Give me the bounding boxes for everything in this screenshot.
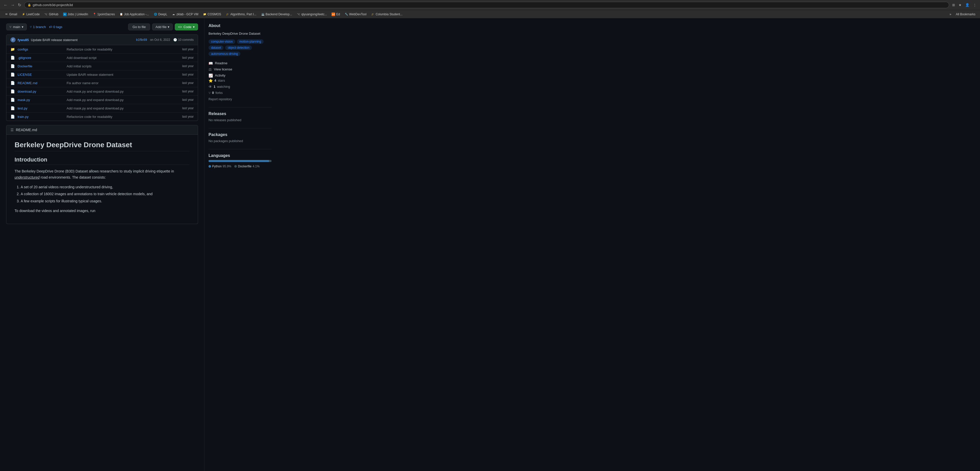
file-time: last year — [182, 48, 194, 51]
file-name-link[interactable]: .gitignore — [18, 56, 64, 60]
bookmark-job-application-label: Job Application -... — [124, 13, 149, 16]
bookmark-algorithms[interactable]: 🎓 Algorithms, Part I... — [224, 12, 259, 17]
file-name-link[interactable]: download.py — [18, 89, 64, 93]
bookmark-zklab[interactable]: ☁ zklab - GCP VM — [170, 12, 200, 17]
zklab-favicon: ☁ — [172, 13, 175, 16]
file-time: last year — [182, 107, 194, 110]
linkedin-favicon: in — [63, 13, 67, 16]
file-icon: 📄 — [11, 56, 14, 60]
file-commit-message: Add mask.py and expand download.py — [67, 89, 179, 93]
action-buttons: Go to file Add file ▾ <> Code ▾ — [128, 24, 198, 30]
file-name-link[interactable]: train.py — [18, 115, 64, 119]
topic-object-detection[interactable]: object-detection — [225, 45, 252, 50]
address-bar[interactable]: 🔒 github.com/b3d-project/b3d — [24, 2, 949, 8]
bookmark-backend[interactable]: 💻 Backend Develop... — [259, 12, 294, 17]
qiyuangong-favicon: ⌥ — [297, 13, 301, 16]
file-name-link[interactable]: LICENSE — [18, 73, 64, 76]
commit-hash-link[interactable]: b1f9c69 — [136, 38, 147, 41]
commit-author-link[interactable]: fywu85 — [18, 38, 29, 42]
bookmark-ed[interactable]: ed Ed — [329, 12, 342, 17]
bookmark-button[interactable]: ★ — [958, 2, 963, 8]
page-layout: ⑂ main ▾ ⑂ 1 branch 🏷 0 tags Go to file … — [0, 18, 980, 471]
packages-empty: No packages published — [208, 139, 272, 143]
bookmark-gmail-label: Gmail — [9, 13, 17, 16]
code-label: Code — [183, 25, 191, 29]
go-to-file-button[interactable]: Go to file — [128, 24, 150, 30]
eye-icon: 👁 — [208, 85, 212, 89]
bookmark-linkedin-label: Jobs | LinkedIn — [68, 13, 88, 16]
bookmark-github[interactable]: ⌥ GitHub — [42, 12, 60, 17]
profile-button[interactable]: 👤 — [964, 2, 970, 8]
bookmark-webdevtool[interactable]: 🔧 WebDevTool — [342, 12, 369, 17]
back-button[interactable]: ← — [3, 2, 9, 8]
leetcode-favicon: ⚡ — [22, 13, 25, 16]
report-repository-link[interactable]: Report repository — [208, 97, 232, 101]
bookmark-deepl[interactable]: 🌐 DeepL — [151, 12, 169, 17]
bookmark-leetcode[interactable]: ⚡ LeetCode — [20, 12, 41, 17]
branch-tag-group: ⑂ main ▾ ⑂ 1 branch 🏷 0 tags — [6, 24, 62, 30]
tags-link[interactable]: 🏷 0 tags — [49, 25, 62, 29]
branch-icon: ⑂ — [10, 25, 11, 29]
bookmark-job-application[interactable]: 📋 Job Application -... — [118, 12, 151, 17]
list-item: A collection of 16002 images and annotat… — [21, 191, 189, 197]
readme-main-title: Berkeley DeepDrive Drone Dataset — [14, 141, 189, 151]
file-name-link[interactable]: configs — [18, 48, 64, 51]
add-file-label: Add file — [156, 25, 166, 29]
file-name-link[interactable]: test.py — [18, 107, 64, 110]
nav-buttons: ← → ↻ — [3, 2, 22, 8]
topic-autonomous-driving[interactable]: autonomous-driving — [208, 51, 240, 56]
file-name-link[interactable]: mask.py — [18, 98, 64, 102]
bookmark-cosmos[interactable]: 📁 COSMOS — [201, 12, 223, 17]
bookmark-all[interactable]: All Bookmarks — [954, 12, 977, 17]
topic-dataset[interactable]: dataset — [208, 45, 224, 50]
bookmark-zklab-label: zklab - GCP VM — [177, 13, 198, 16]
file-commit-message: Refactorize code for readability — [67, 48, 179, 51]
bookmark-gmail[interactable]: ✉ Gmail — [3, 12, 19, 17]
bookmarks-more-button[interactable]: » — [948, 12, 953, 17]
dockerfile-lang-name: Dockerfile — [238, 165, 251, 168]
file-name-link[interactable]: README.md — [18, 81, 64, 85]
license-link[interactable]: ⚖ View license — [208, 66, 272, 72]
stars-count: 4 — [215, 79, 216, 83]
file-commit-message: Add download script — [67, 56, 179, 60]
releases-title: Releases — [208, 111, 272, 116]
bookmark-backend-label: Backend Develop... — [266, 13, 292, 16]
branch-selector[interactable]: ⑂ main ▾ — [6, 24, 27, 30]
commits-count-link[interactable]: 🕐 10 commits — [173, 38, 194, 41]
file-commit-message: Add initial scripts — [67, 64, 179, 68]
language-legend: Python 95.9% Dockerfile 4.1% — [208, 165, 272, 168]
table-row: 📁 configs Refactorize code for readabili… — [6, 45, 198, 54]
extensions-button[interactable]: ⊞ — [951, 2, 956, 8]
bookmark-qiyuangong[interactable]: ⌥ qiyuangong/leetc... — [295, 12, 329, 17]
branch-chevron-icon: ▾ — [22, 25, 24, 29]
bookmark-1point3acres[interactable]: 📍 1point3acres — [91, 12, 117, 17]
bookmark-cosmos-label: COSMOS — [207, 13, 221, 16]
python-dot — [208, 165, 211, 168]
branch-count-text: 1 branch — [33, 25, 46, 29]
activity-link[interactable]: 📈 Activity — [208, 72, 272, 79]
file-time: last year — [182, 81, 194, 85]
file-name-link[interactable]: Dockerfile — [18, 64, 64, 68]
star-icon: ⭐ — [208, 79, 213, 83]
add-file-button[interactable]: Add file ▾ — [152, 24, 172, 30]
activity-icon: 📈 — [208, 73, 213, 78]
bookmark-columbia[interactable]: 🎓 Columbia Student... — [369, 12, 404, 17]
branch-count-link[interactable]: ⑂ 1 branch — [30, 25, 46, 29]
code-icon: <> — [178, 25, 182, 29]
bookmark-1point3acres-label: 1point3acres — [97, 13, 115, 16]
stars-stat: ⭐ 4 stars — [208, 79, 272, 83]
code-button[interactable]: <> Code ▾ — [175, 24, 198, 30]
file-icon: 📄 — [11, 98, 14, 102]
file-time: last year — [182, 64, 194, 68]
topic-computer-vision[interactable]: computer-vision — [208, 39, 235, 44]
bookmark-linkedin[interactable]: in Jobs | LinkedIn — [61, 12, 90, 17]
bookmark-ed-label: Ed — [336, 13, 340, 16]
watching-stat: 👁 1 watching — [208, 85, 272, 89]
reload-button[interactable]: ↻ — [17, 2, 22, 8]
readme-link[interactable]: 📖 Readme — [208, 60, 272, 66]
topic-motion-planning[interactable]: motion-planning — [237, 39, 264, 44]
ed-favicon: ed — [331, 13, 335, 16]
menu-button[interactable]: ⋮ — [972, 2, 977, 8]
sidebar-languages-section: Languages Python 95.9% Dockerfile 4.1% — [208, 153, 272, 168]
forward-button[interactable]: → — [10, 2, 16, 8]
